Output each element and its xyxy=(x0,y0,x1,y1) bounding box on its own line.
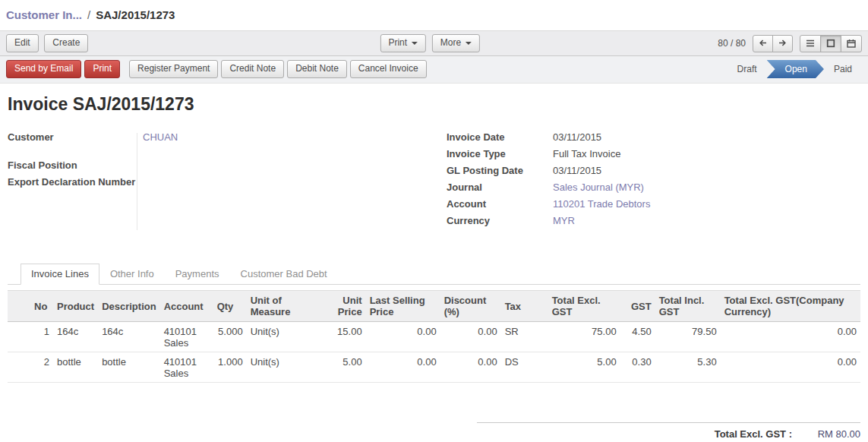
line-cell: 0.00 xyxy=(366,352,440,383)
register-payment-button[interactable]: Register Payment xyxy=(129,60,218,78)
column-header-qty[interactable]: Qty xyxy=(213,291,247,322)
right-field-group: Invoice Date 03/11/2015 Invoice Type Ful… xyxy=(447,131,860,232)
fiscal-position-label: Fiscal Position xyxy=(8,159,137,171)
column-header-last-selling-price[interactable]: Last Selling Price xyxy=(366,291,440,322)
total-excl-gst-label: Total Excl. GST : xyxy=(715,428,792,440)
column-header-unit-price[interactable]: Unit Price xyxy=(319,291,366,322)
pager-previous-button[interactable] xyxy=(753,35,773,52)
invoice-form-sheet: Invoice SAJ/2015/1273 Customer CHUAN Fis… xyxy=(0,84,868,442)
column-header-unit-of-measure[interactable]: Unit of Measure xyxy=(247,291,319,322)
column-header-account[interactable]: Account xyxy=(160,291,213,322)
line-cell: 5.000 xyxy=(213,322,247,352)
line-cell: 2 xyxy=(30,352,53,383)
currency-link[interactable]: MYR xyxy=(553,215,575,226)
notebook-tabs: Invoice Lines Other Info Payments Custom… xyxy=(8,264,860,285)
gl-posting-date-label: GL Posting Date xyxy=(447,165,553,176)
column-header-discount[interactable]: Discount (%) xyxy=(440,291,501,322)
customer-link[interactable]: CHUAN xyxy=(137,131,178,143)
switch-form-view-button[interactable] xyxy=(820,35,841,52)
print-dropdown-label: Print xyxy=(388,37,407,49)
more-dropdown-button[interactable]: More xyxy=(432,34,480,52)
column-header-total-excl-gst-company-currency[interactable]: Total Excl. GST(Company Currency) xyxy=(721,291,860,322)
column-header-tax[interactable]: Tax xyxy=(501,291,548,322)
status-open[interactable]: Open xyxy=(767,60,824,78)
switch-calendar-view-button[interactable] xyxy=(841,35,862,52)
create-button[interactable]: Create xyxy=(44,34,88,52)
field-groups: Customer CHUAN Fiscal Position Export De… xyxy=(8,131,860,232)
debit-note-button[interactable]: Debit Note xyxy=(287,60,347,78)
line-cell: 4.50 xyxy=(620,322,655,352)
breadcrumb-parent-link[interactable]: Customer In... xyxy=(6,8,82,21)
arrow-left-icon xyxy=(759,39,767,47)
tab-other-info[interactable]: Other Info xyxy=(99,264,165,285)
column-header-total-excl-gst[interactable]: Total Excl. GST xyxy=(548,291,620,322)
tab-customer-bad-debt[interactable]: Customer Bad Debt xyxy=(230,264,338,285)
invoice-line-row[interactable]: 2bottlebottle410101 Sales1.000Unit(s)5.0… xyxy=(8,352,860,383)
field-row-invoice-date: Invoice Date 03/11/2015 xyxy=(447,131,860,148)
row-selector-column-header xyxy=(8,291,30,322)
line-cell: 1.000 xyxy=(213,352,247,383)
invoice-lines-table: NoProductDescriptionAccountQtyUnit of Me… xyxy=(8,290,860,383)
total-row-excl-gst: Total Excl. GST : RM 80.00 xyxy=(477,428,860,441)
credit-note-button[interactable]: Credit Note xyxy=(221,60,284,78)
toolbar: Edit Create Print More 80 / 80 xyxy=(0,30,868,56)
column-header-description[interactable]: Description xyxy=(98,291,160,322)
line-cell: 5.00 xyxy=(548,352,620,383)
line-cell: SR xyxy=(501,322,548,352)
action-bar: Send by Email Print Register Payment Cre… xyxy=(0,56,868,84)
account-link[interactable]: 110201 Trade Debtors xyxy=(553,198,650,210)
column-header-total-incl-gst[interactable]: Total Incl. GST xyxy=(655,291,721,322)
tab-payments[interactable]: Payments xyxy=(165,264,230,285)
journal-label: Journal xyxy=(447,182,553,193)
line-cell: Unit(s) xyxy=(247,322,319,352)
invoice-line-row[interactable]: 1164c164c410101 Sales5.000Unit(s)15.000.… xyxy=(8,322,860,352)
line-cell: Unit(s) xyxy=(247,352,319,383)
line-cell: 75.00 xyxy=(548,322,620,352)
line-cell: 0.00 xyxy=(721,352,860,383)
view-switcher xyxy=(800,35,862,52)
more-dropdown-label: More xyxy=(440,37,461,49)
pager-next-button[interactable] xyxy=(772,35,793,52)
status-draft[interactable]: Draft xyxy=(728,60,767,78)
print-button[interactable]: Print xyxy=(84,60,120,78)
breadcrumb-current: SAJ/2015/1273 xyxy=(96,8,175,21)
breadcrumb: Customer In.../SAJ/2015/1273 xyxy=(0,0,868,30)
line-cell: bottle xyxy=(53,352,98,383)
field-row-journal: Journal Sales Journal (MYR) xyxy=(447,182,860,198)
lines-header-row: NoProductDescriptionAccountQtyUnit of Me… xyxy=(8,291,860,322)
send-by-email-button[interactable]: Send by Email xyxy=(6,60,81,78)
field-row-currency: Currency MYR xyxy=(447,215,860,232)
customer-label: Customer xyxy=(8,131,137,143)
toolbar-left-group: Edit Create xyxy=(6,34,88,52)
invoice-type-value: Full Tax Invoice xyxy=(553,148,620,159)
line-cell: 1 xyxy=(30,322,53,352)
currency-label: Currency xyxy=(447,215,553,226)
column-header-product[interactable]: Product xyxy=(53,291,98,322)
edit-button[interactable]: Edit xyxy=(6,34,39,52)
pager-count: 80 / 80 xyxy=(718,38,746,49)
export-declaration-number-label: Export Declaration Number xyxy=(8,176,137,188)
form-view-icon xyxy=(826,39,835,48)
tab-invoice-lines[interactable]: Invoice Lines xyxy=(21,264,99,285)
list-view-icon xyxy=(806,39,815,48)
column-header-no[interactable]: No xyxy=(30,291,53,322)
line-cell: DS xyxy=(501,352,548,383)
lines-table-body: 1164c164c410101 Sales5.000Unit(s)15.000.… xyxy=(8,322,860,383)
line-cell: 0.00 xyxy=(721,322,860,352)
gl-posting-date-value: 03/11/2015 xyxy=(553,165,601,176)
total-excl-gst-value: RM 80.00 xyxy=(792,428,860,440)
column-header-gst[interactable]: GST xyxy=(620,291,655,322)
invoice-date-label: Invoice Date xyxy=(447,131,553,143)
field-row-invoice-type: Invoice Type Full Tax Invoice xyxy=(447,148,860,165)
cancel-invoice-button[interactable]: Cancel Invoice xyxy=(350,60,427,78)
status-paid[interactable]: Paid xyxy=(824,60,862,78)
caret-down-icon xyxy=(466,42,472,45)
journal-link[interactable]: Sales Journal (MYR) xyxy=(553,182,644,193)
account-label: Account xyxy=(447,198,553,210)
field-row-account: Account 110201 Trade Debtors xyxy=(447,198,860,215)
line-cell: bottle xyxy=(98,352,160,383)
line-cell: 0.30 xyxy=(620,352,655,383)
print-dropdown-button[interactable]: Print xyxy=(380,34,426,52)
line-cell: 164c xyxy=(98,322,160,352)
switch-list-view-button[interactable] xyxy=(800,35,821,52)
